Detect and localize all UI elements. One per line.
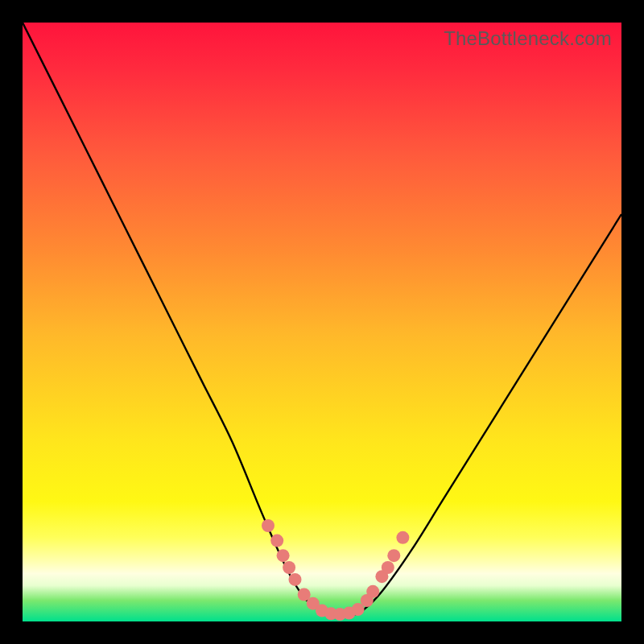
watermark-label: TheBottleneck.com — [444, 27, 612, 50]
sample-point — [387, 549, 400, 562]
sample-point — [382, 561, 394, 574]
sample-point — [277, 549, 290, 562]
sample-point — [366, 585, 379, 598]
sample-points-group — [262, 519, 409, 621]
sample-point — [270, 535, 283, 547]
sample-point — [289, 573, 302, 586]
sample-points-layer — [23, 23, 621, 621]
sample-point — [283, 561, 295, 574]
chart-plot-area: TheBottleneck.com — [23, 23, 621, 621]
sample-point — [262, 519, 275, 532]
sample-point — [396, 531, 409, 544]
